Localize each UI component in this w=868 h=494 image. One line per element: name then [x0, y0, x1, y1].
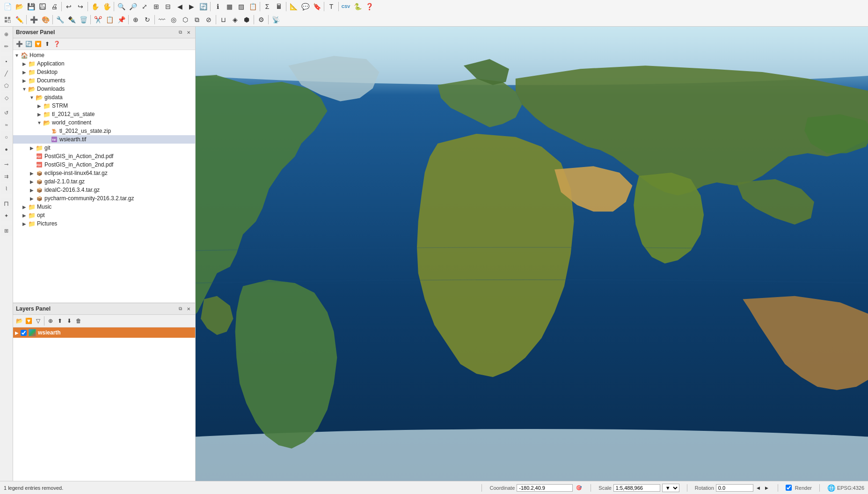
tree-item-wsiearth-tif[interactable]: ▶ TIF wsiearth.tif: [13, 135, 195, 144]
save-button[interactable]: 💾: [25, 1, 36, 12]
calculator-button[interactable]: 🖩: [273, 1, 284, 12]
zoom-in-button[interactable]: 🔍: [116, 1, 127, 12]
layers-filter2-button[interactable]: ▽: [34, 317, 42, 325]
open-button[interactable]: 📂: [14, 1, 25, 12]
statistics-button[interactable]: Σ: [262, 1, 273, 12]
node-tool-button[interactable]: ◈: [229, 14, 241, 25]
tree-item-strm[interactable]: ▶ 📁 STRM: [13, 102, 195, 110]
vertex-tool-button[interactable]: ◇: [1, 92, 12, 103]
edit-tool-button[interactable]: ✏: [1, 41, 12, 52]
zoom-select-button[interactable]: ⤢: [139, 1, 150, 12]
save-as-button[interactable]: [37, 1, 48, 12]
reshape-button[interactable]: ⬡: [180, 14, 191, 25]
touch-zoom-button[interactable]: ⊕: [1, 29, 12, 40]
layers-float-button[interactable]: ⧉: [176, 305, 184, 312]
simplify-button[interactable]: 〰: [156, 14, 168, 25]
browser-close-button[interactable]: ✕: [185, 29, 192, 36]
layers-open-button[interactable]: 📂: [15, 317, 23, 325]
vertex-button[interactable]: ⬢: [241, 14, 252, 25]
tree-item-documents[interactable]: ▶ 📁 Documents: [13, 76, 195, 85]
zoom-last-button[interactable]: ◀: [174, 1, 185, 12]
pan-button[interactable]: ✋: [89, 1, 101, 12]
node-tool-button2[interactable]: ✦: [1, 210, 12, 221]
tree-item-pictures[interactable]: ▶ 📁 Pictures: [13, 219, 195, 228]
copy-button[interactable]: 📋: [104, 14, 115, 25]
scale-input[interactable]: [613, 484, 660, 492]
identify-button[interactable]: ℹ: [212, 1, 223, 12]
ring-button[interactable]: ◎: [168, 14, 179, 25]
pan-map-button[interactable]: 🖐: [101, 1, 112, 12]
tree-item-postgis1[interactable]: ▶ PDF PostGIS_in_Action_2nd.pdf: [13, 152, 195, 160]
merge-button[interactable]: ⊔: [218, 14, 229, 25]
layer-visibility-checkbox[interactable]: [21, 330, 27, 336]
layers-filter-button[interactable]: 🔽: [24, 317, 33, 325]
csv-button[interactable]: CSV: [340, 1, 351, 12]
tree-item-gisdata[interactable]: ▼ 📂 gisdata: [13, 93, 195, 102]
select-button[interactable]: ▦: [224, 1, 235, 12]
help-button[interactable]: ❓: [364, 1, 375, 12]
rotation-left-button[interactable]: ◀: [755, 485, 762, 491]
layers-close-button[interactable]: ✕: [185, 305, 192, 312]
zoom-layer-button[interactable]: ⊞: [151, 1, 162, 12]
redo-button[interactable]: ↪: [75, 1, 86, 12]
browser-help-button[interactable]: ❓: [52, 40, 61, 48]
zoom-full-button[interactable]: ⊟: [162, 1, 174, 12]
reshape-feature-button[interactable]: ⊸: [1, 159, 12, 170]
print-preview-button[interactable]: 🖨: [49, 1, 60, 12]
style-button[interactable]: 🎨: [40, 14, 51, 25]
capture-line-button[interactable]: ╱: [1, 68, 12, 79]
tree-item-desktop[interactable]: ▶ 📁 Desktop: [13, 68, 195, 76]
spatialbook-button[interactable]: 🔖: [311, 1, 322, 12]
digitize-button[interactable]: ✒️: [66, 14, 77, 25]
tree-item-music[interactable]: ▶ 📁 Music: [13, 203, 195, 211]
capture-point-button[interactable]: •: [1, 56, 12, 67]
open-table-button[interactable]: 📋: [247, 1, 258, 12]
tree-item-opt[interactable]: ▶ 📁 opt: [13, 211, 195, 219]
tree-item-eclipse[interactable]: ▶ 📦 eclipse-inst-linux64.tar.gz: [13, 169, 195, 177]
tree-item-pycharm[interactable]: ▶ 📦 pycharm-community-2016.3.2.tar.gz: [13, 194, 195, 203]
undo-button[interactable]: ↩: [63, 1, 74, 12]
split-feature-button[interactable]: ⌇: [1, 183, 12, 194]
select-all-button[interactable]: [2, 14, 13, 25]
tree-item-tl2012state[interactable]: ▶ 📁 tl_2012_us_state: [13, 110, 195, 118]
move-node-button[interactable]: ⊕: [130, 14, 141, 25]
rotate-feature-button[interactable]: ↺: [1, 107, 12, 118]
coordinate-zoom-button[interactable]: 🎯: [575, 484, 583, 492]
layers-move-down-button[interactable]: ⬇: [65, 317, 73, 325]
refresh-button[interactable]: 🔄: [197, 1, 209, 12]
advanced-digitize-button[interactable]: ⊞: [1, 225, 12, 236]
merge-feature-button[interactable]: ⊓: [1, 198, 12, 209]
tree-item-gdal[interactable]: ▶ 📦 gdal-2.1.0.tar.gz: [13, 177, 195, 186]
layer-item-wsiearth[interactable]: ▶ wsiearth: [13, 327, 195, 338]
render-checkbox[interactable]: [786, 485, 792, 491]
layers-move-up-button[interactable]: ⬆: [56, 317, 64, 325]
tree-item-application[interactable]: ▶ 📁 Application: [13, 59, 195, 68]
browser-float-button[interactable]: ⧉: [176, 29, 184, 36]
rotation-right-button[interactable]: ▶: [764, 485, 770, 491]
python-button[interactable]: 🐍: [352, 1, 363, 12]
tree-item-postgis2[interactable]: ▶ PDF PostGIS_in_Action_2nd.pdf: [13, 160, 195, 169]
measure-button[interactable]: 📐: [288, 1, 299, 12]
advanced-edit-button[interactable]: ⚙: [255, 14, 267, 25]
edit-button[interactable]: ✏️: [14, 14, 25, 25]
tree-item-world-continent[interactable]: ▼ 📂 world_continent: [13, 118, 195, 127]
simplify-feature-button[interactable]: ≈: [1, 119, 12, 131]
tree-item-git[interactable]: ▶ 📁 git: [13, 144, 195, 152]
gps-button[interactable]: 📡: [270, 14, 281, 25]
scale-select[interactable]: ▼: [662, 484, 679, 492]
tree-item-tl2012zip[interactable]: ▶ 🗜 tl_2012_us_state.zip: [13, 127, 195, 135]
rotation-input[interactable]: [716, 484, 753, 492]
tree-item-downloads[interactable]: ▼ 📂 Downloads: [13, 85, 195, 93]
cut-button[interactable]: ✂️: [92, 14, 103, 25]
browser-refresh-button[interactable]: 🔄: [24, 40, 33, 48]
new-button[interactable]: 📄: [2, 1, 13, 12]
split-button[interactable]: ⊘: [203, 14, 214, 25]
layers-add-group-button[interactable]: ⊕: [46, 317, 55, 325]
fill-ring-button[interactable]: ●: [1, 144, 12, 155]
tree-item-idealc[interactable]: ▶ 📦 ideaIC-2016.3.4.tar.gz: [13, 186, 195, 194]
browser-filter-button[interactable]: 🔽: [34, 40, 42, 48]
tips-button[interactable]: 💬: [299, 1, 311, 12]
paste-button[interactable]: 📌: [116, 14, 127, 25]
browser-collapse-button[interactable]: ⬆: [43, 40, 51, 48]
snap-button[interactable]: 🔧: [54, 14, 66, 25]
